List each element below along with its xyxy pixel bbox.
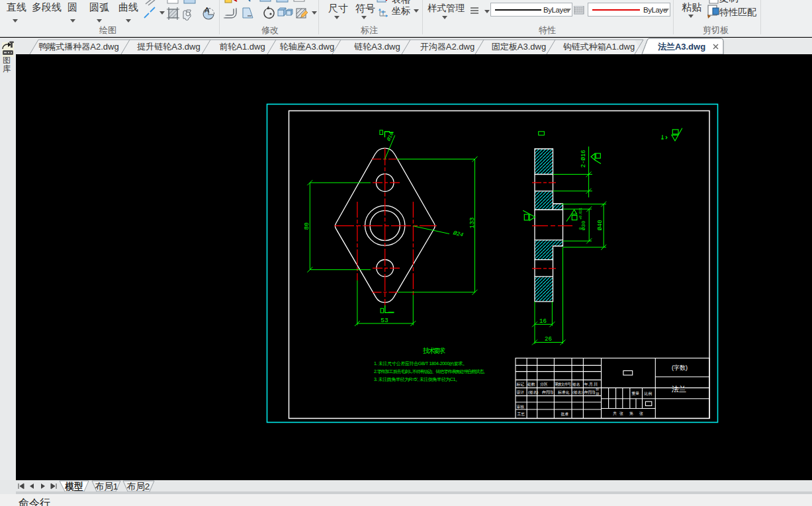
svg-text:法兰A3.dwg: 法兰A3.dwg — [658, 42, 705, 52]
svg-text:钩链式种箱A1.dwg: 钩链式种箱A1.dwg — [563, 42, 635, 52]
svg-text:布局1: 布局1 — [95, 482, 118, 491]
svg-text:A: A — [204, 6, 210, 14]
svg-text:前轮A1.dwg: 前轮A1.dwg — [219, 42, 265, 52]
svg-text:提升链轮A3.dwg: 提升链轮A3.dwg — [136, 42, 200, 52]
svg-text:开沟器A2.dwg: 开沟器A2.dwg — [420, 42, 474, 52]
svg-text:链轮A3.dwg: 链轮A3.dwg — [353, 42, 400, 52]
svg-text:轮轴座A3.dwg: 轮轴座A3.dwg — [280, 42, 334, 52]
svg-text:鸭嘴式播种器A2.dwg: 鸭嘴式播种器A2.dwg — [38, 42, 118, 52]
svg-text:模型: 模型 — [65, 482, 84, 491]
svg-text:固定板A3.dwg: 固定板A3.dwg — [492, 42, 546, 52]
svg-text:库: 库 — [3, 64, 11, 73]
svg-text:图: 图 — [3, 56, 11, 65]
svg-text:布局2: 布局2 — [126, 482, 150, 491]
